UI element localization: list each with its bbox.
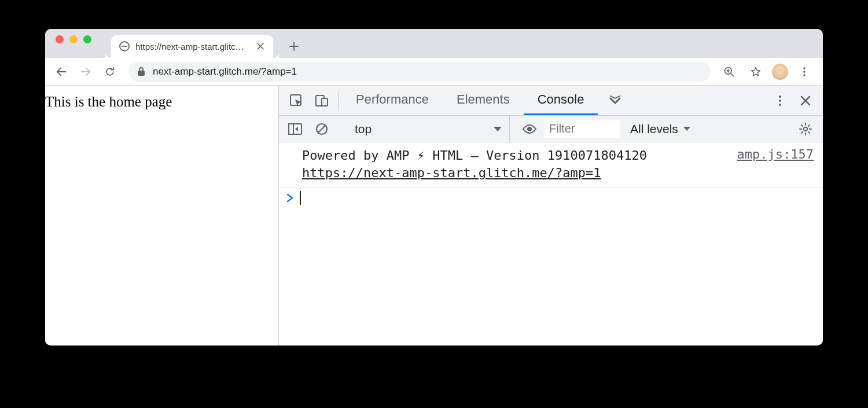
new-tab-button[interactable] (285, 37, 303, 56)
console-log-entry: Powered by AMP ⚡ HTML – Version 19100718… (279, 142, 823, 188)
console-sidebar-toggle[interactable] (284, 123, 307, 135)
browser-toolbar: next-amp-start.glitch.me/?amp=1 (45, 58, 823, 86)
profile-avatar[interactable] (772, 64, 788, 80)
clear-console-button[interactable] (310, 123, 333, 135)
levels-label: All levels (630, 122, 678, 136)
log-message: Powered by AMP ⚡ HTML – Version 19100718… (302, 147, 726, 181)
device-toolbar-button[interactable] (309, 86, 334, 115)
console-controls: top All levels (279, 116, 823, 142)
browser-menu-button[interactable] (794, 61, 815, 82)
close-window-button[interactable] (56, 35, 64, 43)
svg-point-10 (779, 104, 781, 106)
url-text: next-amp-start.glitch.me/?amp=1 (153, 66, 297, 78)
text-cursor (300, 191, 301, 205)
svg-rect-7 (322, 98, 328, 106)
close-tab-button[interactable] (256, 42, 265, 51)
zoom-button[interactable] (719, 61, 740, 82)
back-button[interactable] (51, 61, 72, 82)
webpage-viewport: This is the home page (45, 86, 278, 345)
svg-point-3 (803, 71, 806, 73)
globe-icon (119, 41, 130, 52)
execution-context-select[interactable]: top (348, 116, 510, 142)
svg-point-15 (804, 127, 807, 130)
log-url-link[interactable]: https://next-amp-start.glitch.me/?amp=1 (302, 166, 601, 180)
tab-label: Performance (356, 92, 429, 107)
bookmark-button[interactable] (745, 61, 766, 82)
tab-performance[interactable]: Performance (342, 86, 443, 115)
browser-window: https://next-amp-start.glitch.m next-amp… (45, 29, 823, 345)
content-area: This is the home page Performance Elemen… (45, 86, 823, 345)
svg-point-14 (527, 127, 532, 131)
maximize-window-button[interactable] (83, 35, 91, 43)
svg-point-8 (779, 95, 781, 98)
window-controls (52, 29, 111, 58)
svg-point-4 (803, 74, 806, 76)
more-tabs-button[interactable] (598, 86, 632, 115)
minimize-window-button[interactable] (69, 35, 78, 43)
separator (338, 91, 339, 109)
console-settings-button[interactable] (793, 122, 818, 136)
forward-button[interactable] (75, 61, 96, 82)
devtools-tab-bar: Performance Elements Console (279, 86, 823, 116)
context-label: top (355, 122, 372, 136)
svg-point-2 (803, 67, 806, 69)
log-source-link[interactable]: amp.js:157 (737, 147, 814, 161)
console-filter-input[interactable] (545, 120, 620, 138)
log-text: Powered by AMP ⚡ HTML – Version 19100718… (302, 148, 647, 163)
svg-rect-0 (138, 71, 145, 76)
svg-rect-12 (289, 124, 293, 134)
close-devtools-button[interactable] (793, 95, 818, 106)
chevron-down-icon (683, 126, 691, 131)
chevron-down-icon (493, 126, 502, 132)
tab-console[interactable]: Console (524, 86, 598, 115)
live-expression-button[interactable] (518, 124, 541, 134)
address-bar[interactable]: next-amp-start.glitch.me/?amp=1 (128, 62, 711, 82)
log-levels-select[interactable]: All levels (623, 122, 698, 136)
lock-icon (137, 67, 146, 77)
reload-button[interactable] (100, 61, 120, 82)
tab-label: Elements (457, 92, 510, 107)
tab-elements[interactable]: Elements (443, 86, 524, 115)
console-output: Powered by AMP ⚡ HTML – Version 19100718… (279, 142, 823, 345)
tab-strip: https://next-amp-start.glitch.m (45, 29, 823, 58)
page-body-text: This is the home page (45, 94, 172, 109)
inspect-element-button[interactable] (284, 86, 309, 115)
svg-point-9 (779, 100, 781, 102)
devtools-panel: Performance Elements Console (278, 86, 823, 345)
toolbar-actions (719, 61, 817, 82)
console-prompt[interactable] (279, 188, 823, 208)
devtools-menu-button[interactable] (767, 94, 793, 108)
chevron-right-icon (286, 193, 294, 203)
tab-label: Console (538, 92, 584, 107)
tab-title: https://next-amp-start.glitch.m (135, 42, 245, 52)
browser-tab[interactable]: https://next-amp-start.glitch.m (111, 35, 273, 58)
